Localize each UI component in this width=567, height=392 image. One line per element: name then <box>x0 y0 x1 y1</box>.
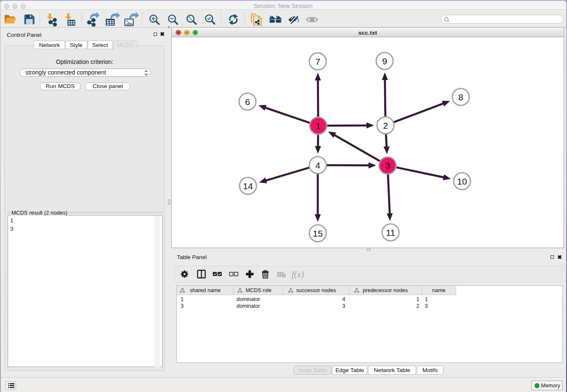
svg-text:7: 7 <box>315 57 320 66</box>
svg-text:4: 4 <box>315 160 320 170</box>
svg-text:14: 14 <box>243 181 253 191</box>
svg-text:f(x): f(x) <box>292 269 304 279</box>
svg-text:8: 8 <box>458 92 463 102</box>
svg-text:1: 1 <box>316 121 321 131</box>
svg-text:15: 15 <box>313 229 322 238</box>
svg-text:3: 3 <box>385 161 390 171</box>
svg-text:11: 11 <box>386 228 395 237</box>
svg-text:10: 10 <box>457 177 467 186</box>
svg-text:2: 2 <box>383 121 388 130</box>
svg-text:6: 6 <box>245 97 250 107</box>
svg-text:9: 9 <box>382 56 387 66</box>
